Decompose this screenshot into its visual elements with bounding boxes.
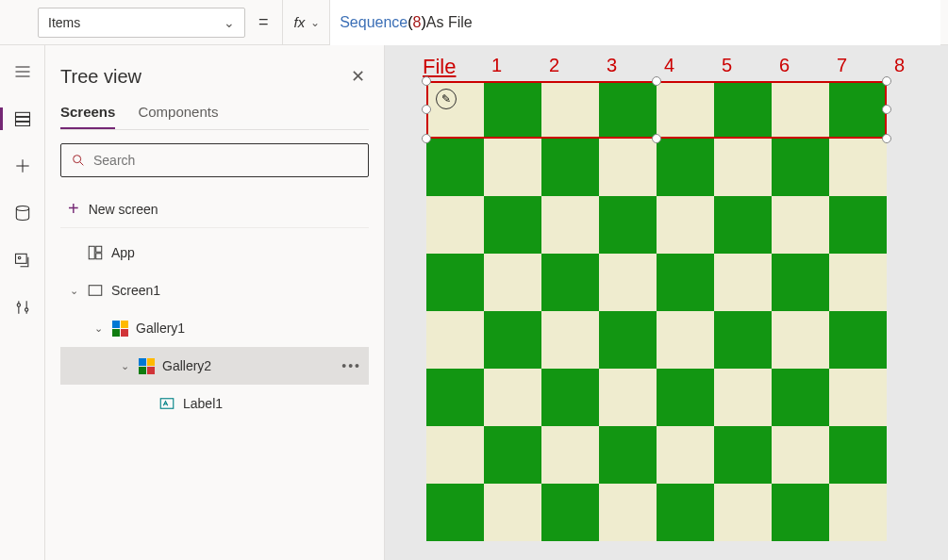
board-square bbox=[657, 484, 714, 541]
canvas[interactable]: File 1 2 3 4 5 6 7 8 ✎ bbox=[385, 45, 948, 560]
board-square bbox=[657, 81, 714, 139]
board-square bbox=[657, 196, 714, 254]
svg-rect-4 bbox=[15, 117, 29, 121]
chevron-down-icon: ⌄ bbox=[68, 285, 79, 297]
fx-label: fx bbox=[294, 14, 306, 30]
board-square bbox=[599, 196, 657, 254]
formula-rest: As File bbox=[426, 14, 473, 31]
left-rail bbox=[0, 45, 45, 560]
board-square bbox=[772, 81, 829, 139]
board-square bbox=[599, 81, 657, 139]
tree-item-label1[interactable]: Label1 bbox=[60, 385, 369, 422]
tree-view-icon[interactable] bbox=[8, 104, 38, 134]
board-square bbox=[426, 81, 484, 139]
svg-rect-5 bbox=[15, 122, 29, 125]
property-dropdown[interactable]: Items ⌄ bbox=[38, 8, 245, 38]
resize-handle[interactable] bbox=[652, 76, 661, 86]
board-square bbox=[714, 369, 772, 426]
board-square bbox=[714, 196, 772, 254]
edit-pencil-icon[interactable]: ✎ bbox=[436, 89, 457, 109]
board-square bbox=[541, 369, 599, 426]
ruler-mark: 5 bbox=[698, 55, 756, 76]
ruler-mark: 4 bbox=[640, 55, 698, 76]
tree-tabs: Screens Components bbox=[60, 104, 369, 130]
tools-icon[interactable] bbox=[8, 292, 38, 322]
board-square bbox=[714, 254, 772, 311]
ruler-mark: 2 bbox=[525, 55, 583, 76]
board-square bbox=[426, 311, 484, 369]
tree-item-screen1[interactable]: ⌄ Screen1 bbox=[60, 272, 369, 309]
resize-handle[interactable] bbox=[652, 134, 661, 143]
svg-point-8 bbox=[16, 206, 28, 211]
property-dropdown-value: Items bbox=[48, 15, 80, 30]
board-square bbox=[426, 426, 484, 484]
formula-input[interactable]: Sequence(8) As File bbox=[330, 0, 940, 45]
tree-item-gallery2[interactable]: ⌄ Gallery2 ••• bbox=[60, 347, 369, 385]
resize-handle[interactable] bbox=[882, 76, 891, 86]
resize-handle[interactable] bbox=[882, 134, 891, 143]
board-square bbox=[426, 484, 484, 541]
board-square bbox=[541, 196, 599, 254]
search-icon bbox=[71, 153, 86, 168]
ruler-mark: 8 bbox=[871, 55, 928, 76]
tree-item-label: Label1 bbox=[183, 396, 223, 411]
board-square bbox=[657, 369, 714, 426]
media-icon[interactable] bbox=[8, 245, 38, 275]
chevron-down-icon: ⌄ bbox=[310, 16, 320, 29]
board-square bbox=[829, 196, 887, 254]
board-square bbox=[657, 311, 714, 369]
board-square bbox=[657, 254, 714, 311]
board-square bbox=[714, 484, 772, 541]
ruler: File 1 2 3 4 5 6 7 8 bbox=[468, 55, 928, 76]
ruler-mark: 3 bbox=[583, 55, 640, 76]
resize-handle[interactable] bbox=[422, 134, 431, 143]
board-square bbox=[772, 426, 829, 484]
equals-sign: = bbox=[258, 12, 269, 32]
tab-screens[interactable]: Screens bbox=[60, 104, 115, 129]
svg-rect-18 bbox=[96, 246, 102, 252]
board-square bbox=[772, 484, 829, 541]
insert-icon[interactable] bbox=[8, 151, 38, 181]
new-screen-label: New screen bbox=[89, 202, 158, 217]
svg-rect-19 bbox=[96, 254, 102, 259]
new-screen-button[interactable]: + New screen bbox=[60, 190, 369, 228]
tree-item-label: App bbox=[111, 245, 135, 260]
board-square bbox=[657, 426, 714, 484]
chevron-down-icon: ⌄ bbox=[224, 15, 235, 30]
more-icon[interactable]: ••• bbox=[341, 358, 361, 373]
search-input[interactable] bbox=[93, 153, 358, 168]
board-square bbox=[714, 139, 772, 196]
chessboard bbox=[426, 81, 887, 541]
tree-panel: Tree view ✕ Screens Components + New scr… bbox=[45, 45, 385, 560]
tree-item-app[interactable]: App bbox=[60, 234, 369, 272]
chevron-down-icon: ⌄ bbox=[119, 360, 130, 372]
formula-arg: 8 bbox=[413, 14, 422, 31]
fx-button[interactable]: fx ⌄ bbox=[282, 0, 331, 45]
hamburger-icon[interactable] bbox=[8, 57, 38, 87]
resize-handle[interactable] bbox=[422, 105, 431, 114]
board-square bbox=[426, 196, 484, 254]
gallery-icon bbox=[138, 357, 155, 374]
board-square bbox=[599, 311, 657, 369]
plus-icon: + bbox=[68, 198, 79, 220]
ruler-mark: 6 bbox=[756, 55, 813, 76]
resize-handle[interactable] bbox=[882, 105, 891, 114]
board-square bbox=[772, 139, 829, 196]
resize-handle[interactable] bbox=[422, 76, 431, 86]
tree-item-label: Screen1 bbox=[111, 283, 160, 298]
board-square bbox=[426, 254, 484, 311]
board-square bbox=[541, 311, 599, 369]
svg-rect-3 bbox=[15, 112, 29, 116]
board-square bbox=[541, 139, 599, 196]
tree-item-gallery1[interactable]: ⌄ Gallery1 bbox=[60, 309, 369, 347]
close-icon[interactable]: ✕ bbox=[347, 62, 369, 91]
svg-point-14 bbox=[25, 308, 27, 311]
search-box[interactable] bbox=[60, 143, 369, 177]
board-square bbox=[829, 311, 887, 369]
board-square bbox=[829, 81, 887, 139]
data-icon[interactable] bbox=[8, 198, 38, 228]
tab-components[interactable]: Components bbox=[138, 104, 218, 129]
board-square bbox=[714, 426, 772, 484]
ruler-mark: 1 bbox=[468, 55, 525, 76]
formula-bar: Items ⌄ = fx ⌄ Sequence(8) As File bbox=[0, 0, 948, 45]
